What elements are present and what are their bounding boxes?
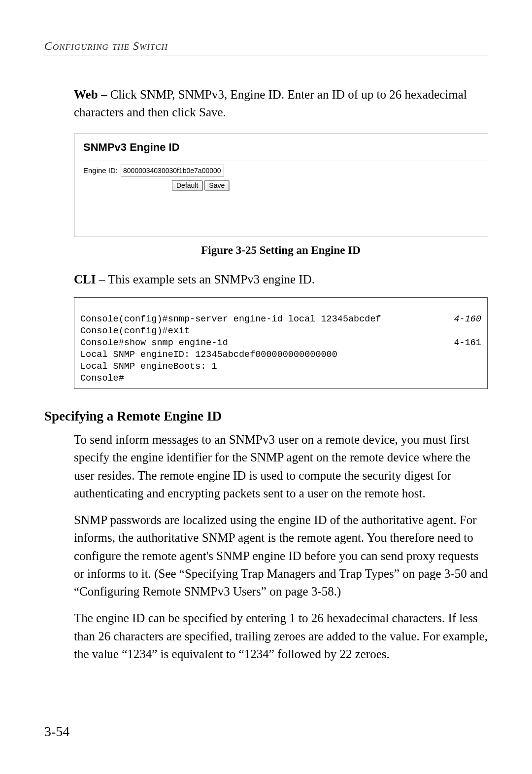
header-rule xyxy=(44,56,488,56)
cli-line-5: Local SNMP engineBoots: 1 xyxy=(80,361,217,372)
cli-intro-text: – This example sets an SNMPv3 engine ID. xyxy=(96,273,315,286)
engine-id-label: Engine ID: xyxy=(83,166,118,175)
web-label: Web xyxy=(74,88,98,101)
section-heading-remote-engine-id: Specifying a Remote Engine ID xyxy=(44,409,488,424)
cli-intro-paragraph: CLI – This example sets an SNMPv3 engine… xyxy=(74,271,488,288)
engine-id-figure: SNMPv3 Engine ID Engine ID: Default Save xyxy=(74,134,488,237)
web-intro-paragraph: Web – Click SNMP, SNMPv3, Engine ID. Ent… xyxy=(74,86,488,122)
figure-caption: Figure 3-25 Setting an Engine ID xyxy=(74,244,488,257)
cli-ref-1: 4-160 xyxy=(454,314,481,325)
engine-id-input[interactable] xyxy=(121,165,224,176)
section-p2: SNMP passwords are localized using the e… xyxy=(74,511,488,600)
figure-divider xyxy=(82,161,488,161)
default-button[interactable]: Default xyxy=(172,180,202,190)
page: Configuring the Switch Web – Click SNMP,… xyxy=(0,0,532,774)
cli-output-box: Console(config)#snmp-server engine-id lo… xyxy=(74,297,488,389)
save-button[interactable]: Save xyxy=(204,180,229,190)
cli-line-3: Console#show snmp engine-id xyxy=(80,338,228,348)
cli-label: CLI xyxy=(74,273,96,286)
cli-line-1: Console(config)#snmp-server engine-id lo… xyxy=(80,314,381,324)
figure-title: SNMPv3 Engine ID xyxy=(83,141,479,154)
page-number: 3-54 xyxy=(44,724,69,739)
web-intro-text: – Click SNMP, SNMPv3, Engine ID. Enter a… xyxy=(74,88,467,119)
cli-line-6: Console# xyxy=(80,373,124,384)
section-p3: The engine ID can be specified by enteri… xyxy=(74,609,488,663)
cli-line-4: Local SNMP engineID: 12345abcdef00000000… xyxy=(80,350,337,360)
cli-line-2: Console(config)#exit xyxy=(80,326,190,336)
section-body: To send inform messages to an SNMPv3 use… xyxy=(74,431,488,663)
cli-ref-3: 4-161 xyxy=(454,337,481,349)
running-head: Configuring the Switch xyxy=(44,39,488,53)
section-p1: To send inform messages to an SNMPv3 use… xyxy=(74,431,488,502)
